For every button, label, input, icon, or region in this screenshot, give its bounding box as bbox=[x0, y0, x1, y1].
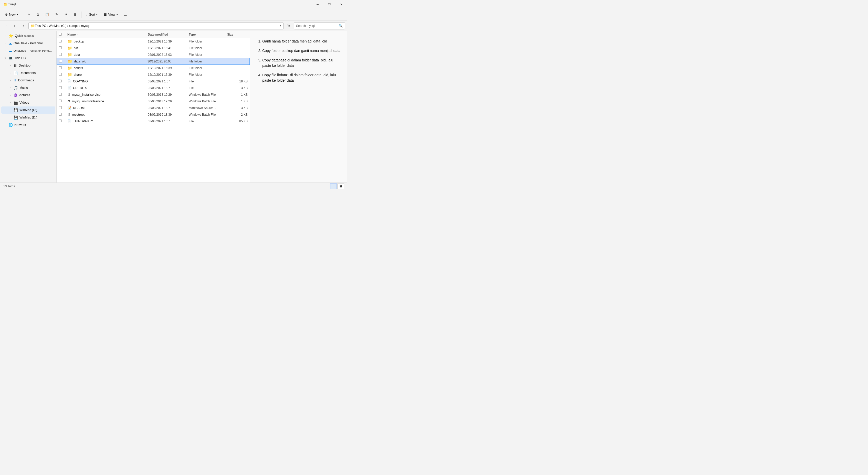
sidebar-item-winmac-d[interactable]: 💾 WinMac (D:) bbox=[1, 114, 55, 121]
file-row-data-old[interactable]: 📁data_old 30/12/2021 20:05 File folder bbox=[57, 58, 250, 65]
breadcrumb: This PC › WinMac (C:) › xampp › mysql bbox=[35, 24, 89, 28]
row-check-credits[interactable] bbox=[59, 86, 66, 90]
row-name-data: 📁data bbox=[66, 53, 148, 57]
address-dropdown-icon[interactable]: ▾ bbox=[280, 24, 281, 27]
videos-label: Videos bbox=[20, 101, 29, 104]
right-panel: Ganti nama folder data menjadi data_old … bbox=[250, 31, 347, 182]
row-date-data-old: 30/12/2021 20:05 bbox=[148, 60, 188, 63]
tiles-view-button[interactable]: ⊞ bbox=[337, 183, 344, 189]
select-all-checkbox[interactable] bbox=[59, 33, 62, 35]
sidebar-item-quick-access[interactable]: › ⭐ Quick access bbox=[1, 32, 55, 39]
quick-access-expand-icon: › bbox=[3, 34, 7, 38]
file-row-share[interactable]: 📁share 12/10/2021 15:39 File folder bbox=[57, 71, 250, 78]
file-row-thirdparty[interactable]: 📄THIRDPARTY 03/08/2021 1:07 File 85 KB bbox=[57, 118, 250, 125]
col-size[interactable]: Size bbox=[227, 33, 248, 36]
file-row-credits[interactable]: 📄CREDITS 03/08/2021 1:07 File 3 KB bbox=[57, 85, 250, 91]
row-check-thirdparty[interactable] bbox=[59, 119, 66, 123]
new-button[interactable]: ⊕ New ▾ bbox=[2, 10, 21, 19]
row-name-mysql-install: ⚙mysql_installservice bbox=[66, 93, 148, 97]
sidebar-item-onedrive-poltek[interactable]: › ☁ OneDrive - Politeknik Penerbangan Pa… bbox=[1, 47, 55, 54]
address-input[interactable]: 📁 This PC › WinMac (C:) › xampp › mysql … bbox=[28, 22, 283, 29]
file-row-mysql-uninstall[interactable]: ⚙mysql_uninstallservice 30/03/2013 19:29… bbox=[57, 98, 250, 105]
title-bar: 📁 mysql ─ ❐ ✕ bbox=[0, 0, 347, 8]
address-bar: ‹ › ↑ 📁 This PC › WinMac (C:) › xampp › … bbox=[0, 21, 347, 31]
sidebar-item-music[interactable]: › 🎵 Music bbox=[1, 84, 55, 91]
view-button[interactable]: ☰ View ▾ bbox=[101, 10, 120, 19]
file-list-header: Name ▲ Date modified Type Size bbox=[57, 31, 250, 38]
minimize-button[interactable]: ─ bbox=[312, 0, 323, 8]
row-type-mysql-uninstall: Windows Batch File bbox=[189, 100, 227, 103]
restore-button[interactable]: ❐ bbox=[323, 0, 335, 8]
crumb-winmac[interactable]: WinMac (C:) bbox=[49, 24, 66, 28]
col-checkbox[interactable] bbox=[59, 33, 66, 37]
winmac-d-expand-icon bbox=[8, 116, 12, 119]
sort-label: Sort bbox=[89, 12, 95, 16]
row-check-mysql-uninstall[interactable] bbox=[59, 99, 66, 103]
row-check-mysql-install[interactable] bbox=[59, 93, 66, 97]
file-row-resetroot[interactable]: ⚙resetroot 03/06/2019 18:39 Windows Batc… bbox=[57, 111, 250, 118]
back-button[interactable]: ‹ bbox=[2, 22, 9, 29]
row-check-backup[interactable] bbox=[59, 39, 66, 43]
file-row-mysql-install[interactable]: ⚙mysql_installservice 30/03/2013 19:29 W… bbox=[57, 91, 250, 98]
cut-icon: ✂ bbox=[28, 12, 30, 16]
row-check-data[interactable] bbox=[59, 53, 66, 57]
file-row-data[interactable]: 📁data 02/01/2022 15:03 File folder bbox=[57, 52, 250, 58]
file-icon-readme: 📝 bbox=[67, 106, 71, 110]
crumb-this-pc[interactable]: This PC bbox=[35, 24, 46, 28]
sidebar-item-pictures[interactable]: › 🖼 Pictures bbox=[1, 92, 55, 99]
instruction-item-4: Copy file ibdata1 di dalam folder data_o… bbox=[262, 72, 341, 83]
file-row-scripts[interactable]: 📁scripts 12/10/2021 15:39 File folder bbox=[57, 65, 250, 71]
col-date[interactable]: Date modified bbox=[148, 33, 189, 36]
row-check-resetroot[interactable] bbox=[59, 113, 66, 117]
file-row-bin[interactable]: 📁bin 12/10/2021 15:41 File folder bbox=[57, 45, 250, 52]
close-button[interactable]: ✕ bbox=[335, 0, 347, 8]
row-check-bin[interactable] bbox=[59, 46, 66, 50]
col-type[interactable]: Type bbox=[189, 33, 227, 36]
row-size-credits: 3 KB bbox=[227, 86, 248, 90]
up-button[interactable]: ↑ bbox=[20, 22, 27, 29]
row-check-data-old[interactable] bbox=[59, 59, 66, 64]
row-name-mysql-uninstall: ⚙mysql_uninstallservice bbox=[66, 99, 148, 103]
search-icon[interactable]: 🔍 bbox=[339, 24, 343, 28]
row-check-share[interactable] bbox=[59, 73, 66, 77]
file-row-copying[interactable]: 📄COPYING 03/08/2021 1:07 File 18 KB bbox=[57, 78, 250, 85]
sidebar-item-documents[interactable]: › 📄 Documents bbox=[1, 69, 55, 76]
row-check-readme[interactable] bbox=[59, 106, 66, 110]
file-row-backup[interactable]: 📁backup 12/10/2021 15:39 File folder bbox=[57, 38, 250, 45]
more-button[interactable]: ... bbox=[121, 10, 129, 19]
row-check-copying[interactable] bbox=[59, 79, 66, 83]
sidebar-item-this-pc[interactable]: ∨ 💻 This PC bbox=[1, 55, 55, 62]
crumb-xampp[interactable]: xampp bbox=[69, 24, 79, 28]
network-expand-icon: › bbox=[3, 123, 7, 127]
search-box[interactable]: 🔍 bbox=[294, 22, 345, 29]
sort-button[interactable]: ↕ Sort ▾ bbox=[84, 10, 100, 19]
delete-button[interactable]: 🗑 bbox=[71, 10, 79, 19]
cut-button[interactable]: ✂ bbox=[25, 10, 33, 19]
row-check-scripts[interactable] bbox=[59, 66, 66, 70]
file-icon-thirdparty: 📄 bbox=[67, 119, 71, 123]
sidebar-item-winmac-c[interactable]: 💾 WinMac (C:) bbox=[1, 106, 55, 114]
row-date-copying: 03/08/2021 1:07 bbox=[148, 79, 189, 83]
row-date-credits: 03/08/2021 1:07 bbox=[148, 86, 189, 90]
sidebar-item-desktop[interactable]: › 🖥 Desktop bbox=[1, 62, 55, 69]
copy-button[interactable]: ⧉ bbox=[34, 10, 41, 19]
sidebar-item-onedrive-personal[interactable]: › ☁ OneDrive - Personal bbox=[1, 40, 55, 47]
forward-button[interactable]: › bbox=[11, 22, 18, 29]
search-input[interactable] bbox=[296, 24, 337, 28]
share-button[interactable]: ↗ bbox=[62, 10, 70, 19]
sidebar-item-videos[interactable]: › 🎬 Videos bbox=[1, 99, 55, 106]
sidebar-item-network[interactable]: › 🌐 Network bbox=[1, 121, 55, 129]
details-view-button[interactable]: ☰ bbox=[330, 183, 337, 189]
sidebar-item-downloads[interactable]: › ⬇ Downloads bbox=[1, 77, 55, 84]
paste-button[interactable]: 📋 bbox=[42, 10, 52, 19]
music-icon: 🎵 bbox=[13, 86, 18, 90]
file-row-readme[interactable]: 📝README 03/08/2021 1:07 Markdown Source.… bbox=[57, 105, 250, 111]
view-label: View bbox=[108, 12, 115, 16]
rename-button[interactable]: ✎ bbox=[53, 10, 61, 19]
row-date-thirdparty: 03/08/2021 1:07 bbox=[148, 120, 189, 123]
crumb-mysql[interactable]: mysql bbox=[81, 24, 89, 28]
col-name[interactable]: Name ▲ bbox=[66, 33, 148, 36]
row-name-bin: 📁bin bbox=[66, 46, 148, 50]
refresh-button[interactable]: ↻ bbox=[285, 22, 292, 29]
row-size-resetroot: 2 KB bbox=[227, 113, 248, 116]
